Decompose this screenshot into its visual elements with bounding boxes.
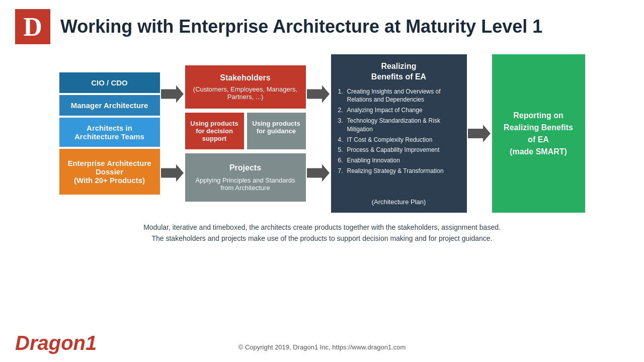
- architects-label: Architects in Architecture Teams: [74, 124, 144, 141]
- arrow2-bottom: [306, 163, 331, 183]
- svg-marker-3: [307, 164, 330, 182]
- stakeholders-box: Stakeholders (Customers, Employees, Mana…: [185, 65, 306, 109]
- projects-title: Projects: [190, 163, 301, 172]
- header: D Working with Enterprise Architecture a…: [0, 0, 644, 49]
- diagram-area: CIO / CDO Manager Architecture Architect…: [0, 49, 644, 213]
- benefit-5: Process & Capability Improvement: [338, 146, 460, 154]
- dossier-label1: Enterprise Architecture Dossier: [67, 159, 151, 176]
- benefit-4: IT Cost & Complexity Reduction: [338, 136, 460, 144]
- col4-reporting: Reporting on Realizing Benefits of EA(ma…: [492, 54, 585, 213]
- cio-box: CIO / CDO: [59, 72, 160, 93]
- footer-line2: The stakeholders and projects make use o…: [0, 233, 644, 244]
- benefit-2: Analyzing Impact of Change: [338, 106, 460, 115]
- reporting-box: Reporting on Realizing Benefits of EA(ma…: [492, 54, 585, 213]
- architects-box: Architects in Architecture Teams: [59, 118, 160, 147]
- dossier-label2: (With 20+ Products): [74, 176, 145, 185]
- projects-sub: Applying Principles and Standards from A…: [190, 176, 301, 192]
- brand-footer: Dragon1: [15, 332, 97, 354]
- arrow1-bottom: [160, 163, 185, 183]
- svg-marker-0: [161, 85, 184, 103]
- benefit-3: Technology Standardization & Risk Mitiga…: [338, 117, 460, 134]
- stakeholders-title: Stakeholders: [190, 73, 301, 82]
- page-title: Working with Enterprise Architecture at …: [60, 16, 542, 37]
- usage-boxes: Using products for decision support Usin…: [185, 113, 306, 149]
- decision-support-box: Using products for decision support: [185, 113, 244, 149]
- col2-stakeholders-projects: Stakeholders (Customers, Employees, Mana…: [185, 65, 306, 202]
- guidance-box: Using products for guidance: [247, 113, 306, 149]
- stakeholders-sub: (Customers, Employees, Managers, Partner…: [190, 85, 301, 101]
- logo-letter: D: [23, 12, 42, 42]
- benefits-list: Creating Insights and Overviews of Relat…: [338, 87, 460, 194]
- dossier-box: Enterprise Architecture Dossier (With 20…: [59, 149, 160, 195]
- brand-name: Dragon1: [15, 332, 97, 354]
- arrow1-top: [160, 84, 185, 104]
- logo-box: D: [15, 9, 50, 44]
- benefit-6: Enabling Innovation: [338, 156, 460, 165]
- col3-benefits: RealizingBenefits of EA Creating Insight…: [331, 54, 467, 213]
- arrow3: [467, 54, 492, 213]
- arrow2-top: [306, 84, 331, 104]
- svg-marker-4: [468, 125, 491, 142]
- projects-box: Projects Applying Principles and Standar…: [185, 153, 306, 202]
- manager-box: Manager Architecture: [59, 95, 160, 116]
- footer-line1: Modular, iterative and timeboxed, the ar…: [0, 222, 644, 233]
- benefits-box: RealizingBenefits of EA Creating Insight…: [331, 54, 467, 213]
- arch-plan-label: (Architecture Plan): [338, 198, 460, 206]
- svg-marker-1: [161, 164, 184, 182]
- footer-description: Modular, iterative and timeboxed, the ar…: [0, 222, 644, 244]
- benefit-1: Creating Insights and Overviews of Relat…: [338, 87, 460, 105]
- copyright-text: © Copyright 2019, Dragon1 Inc, https://w…: [238, 343, 406, 351]
- reporting-label: Reporting on Realizing Benefits of EA(ma…: [499, 110, 578, 158]
- benefits-title: RealizingBenefits of EA: [338, 61, 460, 82]
- benefit-7: Realizing Strategy & Transformation: [338, 167, 460, 175]
- svg-marker-2: [307, 85, 330, 103]
- col1-roles: CIO / CDO Manager Architecture Architect…: [59, 72, 160, 195]
